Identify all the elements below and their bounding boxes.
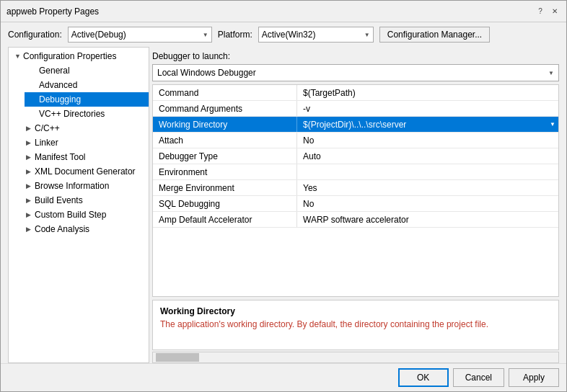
prop-name-amp: Amp Default Accelerator bbox=[153, 212, 297, 227]
prop-name-debugger-type: Debugger Type bbox=[153, 148, 297, 164]
properties-table: Command $(TargetPath) Command Arguments … bbox=[152, 84, 559, 297]
tree-item-browse[interactable]: ▶ Browse Information bbox=[25, 179, 149, 193]
left-panel: ▼ Configuration Properties General Advan… bbox=[8, 47, 152, 363]
advanced-label: Advanced bbox=[39, 80, 77, 90]
prop-value-attach: No bbox=[297, 135, 558, 146]
config-manager-button[interactable]: Configuration Manager... bbox=[379, 27, 490, 43]
tree-item-linker[interactable]: ▶ Linker bbox=[25, 135, 149, 150]
root-expand-icon: ▼ bbox=[14, 53, 23, 60]
prop-value-debugger-type: Auto bbox=[297, 151, 558, 161]
tree-item-code-analysis[interactable]: ▶ Code Analysis bbox=[25, 222, 149, 236]
prop-name-working-dir: Working Directory bbox=[153, 117, 297, 132]
prop-row-debugger-type[interactable]: Debugger Type Auto bbox=[153, 148, 558, 164]
prop-value-debugger-type-text: Auto bbox=[303, 151, 321, 161]
prop-name-sql-debugging: SQL Debugging bbox=[153, 196, 297, 211]
config-dropdown-arrow: ▼ bbox=[203, 32, 208, 38]
browse-expand: ▶ bbox=[26, 182, 35, 190]
manifest-expand: ▶ bbox=[26, 153, 35, 161]
prop-row-merge-env[interactable]: Merge Environment Yes bbox=[153, 180, 558, 196]
tree-item-general[interactable]: General bbox=[25, 63, 149, 78]
description-text: The application's working directory. By … bbox=[160, 319, 551, 329]
prop-value-command-text: $(TargetPath) bbox=[303, 88, 356, 98]
window-title: appweb Property Pages bbox=[6, 6, 99, 17]
platform-dropdown[interactable]: Active(Win32) ▼ bbox=[258, 27, 374, 43]
prop-row-environment[interactable]: Environment bbox=[153, 164, 558, 180]
platform-label: Platform: bbox=[218, 30, 252, 40]
cancel-button[interactable]: Cancel bbox=[453, 368, 504, 387]
custom-build-expand: ▶ bbox=[26, 211, 35, 218]
prop-name-command: Command bbox=[153, 85, 297, 100]
prop-name-command-args: Command Arguments bbox=[153, 101, 297, 116]
config-label: Configuration: bbox=[8, 30, 62, 40]
cpp-expand: ▶ bbox=[26, 125, 35, 132]
debugger-to-launch-label: Debugger to launch: bbox=[152, 47, 559, 64]
horizontal-scrollbar[interactable] bbox=[152, 352, 559, 363]
help-button[interactable]: ? bbox=[535, 6, 546, 17]
general-label: General bbox=[39, 66, 70, 76]
working-dir-arrow: ▼ bbox=[550, 121, 555, 128]
tree-item-build-events[interactable]: ▶ Build Events bbox=[25, 193, 149, 208]
config-dropdown[interactable]: Active(Debug) ▼ bbox=[68, 27, 212, 43]
platform-value: Active(Win32) bbox=[262, 30, 316, 40]
footer: OK Cancel Apply bbox=[1, 363, 566, 391]
prop-value-amp: WARP software accelerator bbox=[297, 215, 558, 225]
tree-panel: ▼ Configuration Properties General Advan… bbox=[8, 47, 149, 363]
build-events-label: Build Events bbox=[35, 195, 83, 205]
prop-value-sql-debugging: No bbox=[297, 199, 558, 209]
titlebar-controls: ? ✕ bbox=[535, 6, 561, 17]
code-analysis-label: Code Analysis bbox=[35, 224, 89, 234]
prop-row-command[interactable]: Command $(TargetPath) bbox=[153, 85, 558, 101]
prop-value-sql-debugging-text: No bbox=[303, 199, 314, 209]
ok-button[interactable]: OK bbox=[398, 368, 449, 387]
prop-value-amp-text: WARP software accelerator bbox=[303, 215, 409, 225]
tree-item-debugging[interactable]: Debugging bbox=[25, 92, 149, 107]
browse-label: Browse Information bbox=[35, 181, 109, 191]
prop-value-working-dir-text: $(ProjectDir)\..\..\src\server bbox=[303, 120, 406, 130]
manifest-label: Manifest Tool bbox=[35, 152, 85, 162]
platform-dropdown-arrow: ▼ bbox=[364, 32, 370, 38]
xml-label: XML Document Generator bbox=[35, 166, 136, 177]
tree-item-vc-directories[interactable]: VC++ Directories bbox=[25, 107, 149, 121]
cpp-label: C/C++ bbox=[35, 123, 60, 133]
prop-row-sql-debugging[interactable]: SQL Debugging No bbox=[153, 196, 558, 212]
tree-item-custom-build[interactable]: ▶ Custom Build Step bbox=[25, 208, 149, 222]
tree-item-advanced[interactable]: Advanced bbox=[25, 78, 149, 92]
config-row: Configuration: Active(Debug) ▼ Platform:… bbox=[1, 22, 566, 47]
close-button[interactable]: ✕ bbox=[549, 6, 561, 17]
debugger-dropdown-arrow: ▼ bbox=[548, 70, 554, 76]
tree-item-manifest[interactable]: ▶ Manifest Tool bbox=[25, 150, 149, 164]
prop-row-attach[interactable]: Attach No bbox=[153, 133, 558, 148]
prop-value-attach-text: No bbox=[303, 135, 314, 146]
tree-item-cpp[interactable]: ▶ C/C++ bbox=[25, 121, 149, 135]
prop-row-amp[interactable]: Amp Default Accelerator WARP software ac… bbox=[153, 212, 558, 228]
titlebar: appweb Property Pages ? ✕ bbox=[1, 1, 566, 22]
prop-row-command-args[interactable]: Command Arguments -v bbox=[153, 101, 558, 117]
right-panel: Debugger to launch: Local Windows Debugg… bbox=[152, 47, 559, 363]
apply-button[interactable]: Apply bbox=[509, 368, 559, 387]
debugging-label: Debugging bbox=[39, 94, 81, 104]
vc-label: VC++ Directories bbox=[39, 109, 105, 119]
prop-value-command-args-text: -v bbox=[303, 104, 310, 114]
tree-root-label: Configuration Properties bbox=[23, 51, 116, 61]
prop-value-command-args: -v bbox=[297, 104, 558, 114]
scrollbar-thumb[interactable] bbox=[156, 353, 199, 362]
prop-value-working-dir: $(ProjectDir)\..\..\src\server ▼ bbox=[297, 120, 558, 130]
content-area: ▼ Configuration Properties General Advan… bbox=[1, 47, 566, 363]
prop-value-command: $(TargetPath) bbox=[297, 88, 558, 98]
code-analysis-expand: ▶ bbox=[26, 226, 35, 233]
xml-expand: ▶ bbox=[26, 168, 35, 175]
prop-row-working-dir[interactable]: Working Directory $(ProjectDir)\..\..\sr… bbox=[153, 117, 558, 133]
prop-name-attach: Attach bbox=[153, 133, 297, 148]
config-value: Active(Debug) bbox=[71, 30, 126, 40]
tree-root-item[interactable]: ▼ Configuration Properties bbox=[9, 49, 149, 63]
prop-name-merge-env: Merge Environment bbox=[153, 180, 297, 195]
property-pages-window: appweb Property Pages ? ✕ Configuration:… bbox=[0, 0, 567, 392]
tree-root: ▼ Configuration Properties General Advan… bbox=[9, 48, 149, 238]
linker-label: Linker bbox=[35, 138, 58, 148]
tree-item-xml[interactable]: ▶ XML Document Generator bbox=[25, 164, 149, 179]
linker-expand: ▶ bbox=[26, 139, 35, 146]
description-title: Working Directory bbox=[160, 306, 551, 316]
debugger-dropdown[interactable]: Local Windows Debugger ▼ bbox=[152, 64, 559, 81]
prop-value-merge-env-text: Yes bbox=[303, 183, 317, 193]
debugger-value: Local Windows Debugger bbox=[157, 68, 256, 78]
